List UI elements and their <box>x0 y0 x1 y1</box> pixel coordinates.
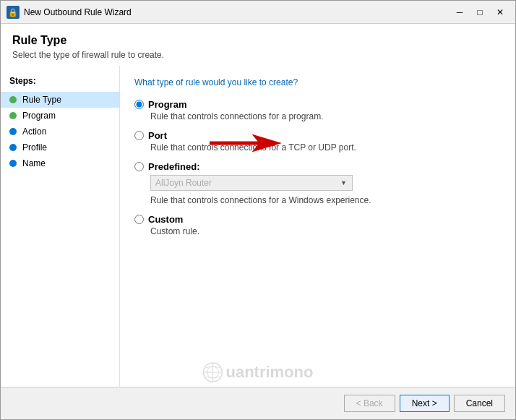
option-predefined-row: Predefined: <box>134 161 501 172</box>
window-title: New Outbound Rule Wizard <box>24 7 450 17</box>
label-predefined[interactable]: Predefined: <box>148 161 200 172</box>
radio-predefined[interactable] <box>134 162 144 171</box>
predefined-select[interactable]: AllJoyn Router <box>150 175 353 191</box>
option-custom-row: Custom <box>134 214 501 225</box>
radio-port[interactable] <box>134 131 144 140</box>
step-dot-action <box>9 128 17 135</box>
desc-port: Rule that controls connections for a TCP… <box>150 142 501 153</box>
main-body: Steps: Rule Type Program Action <box>1 66 515 387</box>
question-text: What type of rule would you like to crea… <box>134 77 501 87</box>
next-button[interactable]: Next > <box>400 395 450 412</box>
sidebar-label-profile: Profile <box>22 142 47 153</box>
page-title: Rule Type <box>12 34 504 47</box>
step-dot-profile <box>9 144 17 151</box>
desc-custom: Custom rule. <box>150 226 501 236</box>
sidebar-label-action: Action <box>22 127 46 137</box>
sidebar-label-rule-type: Rule Type <box>22 95 61 105</box>
option-program: Program Rule that controls connections f… <box>134 99 501 121</box>
right-panel: What type of rule would you like to crea… <box>120 66 515 387</box>
sidebar-item-profile[interactable]: Profile <box>1 140 119 155</box>
steps-heading: Steps: <box>1 73 119 92</box>
sidebar: Steps: Rule Type Program Action <box>1 66 120 387</box>
wizard-icon: 🔒 <box>7 6 20 19</box>
title-bar: 🔒 New Outbound Rule Wizard ─ □ ✕ <box>1 1 515 24</box>
option-port-row: Port <box>134 130 501 141</box>
label-port[interactable]: Port <box>148 130 167 141</box>
predefined-select-wrapper: AllJoyn Router <box>150 175 353 191</box>
sidebar-item-rule-type[interactable]: Rule Type <box>1 92 119 108</box>
sidebar-item-program[interactable]: Program <box>1 108 119 124</box>
footer: < Back Next > Cancel <box>1 387 515 419</box>
desc-program: Rule that controls connections for a pro… <box>150 111 501 121</box>
close-button[interactable]: ✕ <box>491 4 509 20</box>
cancel-button[interactable]: Cancel <box>454 395 505 412</box>
back-button[interactable]: < Back <box>344 395 395 412</box>
svg-text:🔒: 🔒 <box>8 7 18 17</box>
minimize-button[interactable]: ─ <box>450 4 469 20</box>
window-controls: ─ □ ✕ <box>450 4 509 20</box>
desc-predefined: Rule that controls connections for a Win… <box>150 195 501 205</box>
step-dot-program <box>9 112 17 119</box>
step-dot-name <box>9 160 17 167</box>
sidebar-item-action[interactable]: Action <box>1 124 119 140</box>
option-predefined: Predefined: AllJoyn Router Rule that con… <box>134 161 501 205</box>
option-port: Port Rule that controls connections for … <box>134 130 501 153</box>
label-program[interactable]: Program <box>148 99 186 110</box>
page-subtitle: Select the type of firewall rule to crea… <box>12 50 504 60</box>
step-dot-rule-type <box>9 96 17 103</box>
sidebar-label-program: Program <box>22 111 56 121</box>
predefined-dropdown-row: AllJoyn Router <box>150 175 501 191</box>
page-header: Rule Type Select the type of firewall ru… <box>1 24 515 66</box>
maximize-button[interactable]: □ <box>470 4 489 20</box>
sidebar-label-name: Name <box>22 158 46 168</box>
option-custom: Custom Custom rule. <box>134 214 501 236</box>
radio-group: Program Rule that controls connections f… <box>134 99 501 236</box>
sidebar-item-name[interactable]: Name <box>1 155 119 171</box>
radio-custom[interactable] <box>134 215 144 224</box>
radio-program[interactable] <box>134 100 144 109</box>
content-area: Rule Type Select the type of firewall ru… <box>1 24 515 387</box>
label-custom[interactable]: Custom <box>148 214 183 225</box>
option-program-row: Program <box>134 99 501 110</box>
